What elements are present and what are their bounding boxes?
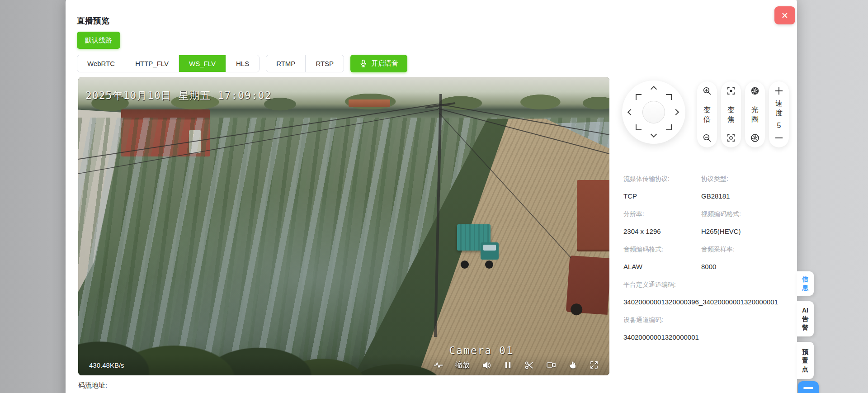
info-label: 音频编码格式:	[623, 245, 701, 254]
speed-plus-icon[interactable]	[774, 86, 783, 95]
info-label: 流媒体传输协议:	[623, 174, 701, 183]
ptz-focus-label: 变焦	[726, 105, 736, 124]
ptz-center-knob[interactable]	[642, 101, 665, 123]
side-tab-info-label: 信息	[800, 275, 810, 292]
device-channel-value: 34020000001320000001	[623, 333, 789, 342]
close-icon: ✕	[781, 10, 788, 21]
tab-ws-flv[interactable]: WS_FLV	[179, 55, 226, 72]
info-value: 8000	[701, 262, 789, 271]
platform-channel-value: 34020000001320000396_3402000000132000000…	[623, 298, 783, 307]
ptz-speed-value: 5	[774, 121, 783, 130]
enable-voice-label: 开启语音	[371, 59, 398, 68]
ptz-speed-column: 速度 5	[769, 81, 789, 147]
ptz-iris-label: 光圈	[750, 105, 760, 124]
side-tab-ai-alarm-label: AI告警	[800, 306, 810, 332]
info-value: TCP	[623, 192, 701, 201]
video-player[interactable]: 2025年10月10日 星期五 17:09:02 Camera 01 430.4…	[78, 77, 609, 375]
ptz-zoom-label: 变倍	[703, 105, 712, 124]
bitrate-indicator: 430.48KB/s	[89, 361, 124, 369]
live-preview-modal: 直播预览 ✕ 默认线路 WebRTC HTTP_FLV WS_FLV HLS R…	[66, 0, 797, 393]
iris-open-icon[interactable]	[750, 86, 760, 95]
focus-far-icon[interactable]	[726, 133, 736, 142]
info-value: 2304 x 1296	[623, 227, 701, 236]
side-tab-preset-label: 预置点	[800, 348, 810, 374]
clip-scissors-icon[interactable]	[524, 360, 534, 370]
volume-icon[interactable]	[482, 360, 491, 370]
record-camera-icon[interactable]	[546, 360, 556, 369]
speed-minus-icon[interactable]	[774, 133, 783, 142]
protocol-tab-group-2: RTMP RTSP	[266, 55, 344, 72]
platform-channel-label: 平台定义通道编码:	[623, 280, 789, 289]
tab-rtmp[interactable]: RTMP	[266, 55, 306, 72]
ptz-pad	[622, 80, 685, 144]
info-label: 分辨率:	[623, 209, 701, 218]
iris-close-icon[interactable]	[750, 133, 760, 142]
ptz-right-button[interactable]	[673, 109, 679, 115]
pause-button[interactable]	[504, 361, 512, 369]
drag-hand-icon[interactable]	[568, 360, 577, 369]
page-background: 直播预览 ✕ 默认线路 WebRTC HTTP_FLV WS_FLV HLS R…	[0, 0, 868, 393]
player-controls: 缩放	[434, 360, 599, 370]
stream-address-label: 码流地址:	[78, 381, 107, 390]
fullscreen-button[interactable]	[590, 360, 599, 369]
ptz-focus-column: 变焦	[721, 81, 741, 147]
tab-hls[interactable]: HLS	[226, 55, 259, 72]
tab-http-flv[interactable]: HTTP_FLV	[125, 55, 179, 72]
zoom-out-icon[interactable]	[703, 133, 712, 142]
focus-near-icon[interactable]	[726, 86, 736, 95]
info-label: 音频采样率:	[701, 245, 789, 254]
ptz-up-right-button[interactable]	[666, 94, 672, 100]
osd-timestamp: 2025年10月10日 星期五 17:09:02	[85, 89, 271, 103]
ptz-up-button[interactable]	[651, 86, 657, 92]
ptz-iris-column: 光圈	[745, 81, 765, 147]
protocol-tab-bar: WebRTC HTTP_FLV WS_FLV HLS RTMP RTSP	[77, 55, 407, 72]
utility-pole-and-wires	[78, 77, 609, 375]
ptz-left-button[interactable]	[627, 109, 634, 115]
zoom-in-icon[interactable]	[703, 86, 712, 95]
info-value: ALAW	[623, 262, 701, 271]
tab-webrtc[interactable]: WebRTC	[77, 55, 125, 72]
info-value: H265(HEVC)	[701, 227, 789, 236]
floating-chat-button[interactable]	[798, 381, 819, 393]
ptz-down-button[interactable]	[651, 131, 657, 137]
ptz-down-right-button[interactable]	[666, 124, 672, 130]
ptz-down-left-button[interactable]	[636, 124, 642, 130]
mic-icon	[359, 59, 367, 68]
info-label: 视频编码格式:	[701, 209, 789, 218]
modal-title: 直播预览	[77, 15, 109, 26]
stream-activity-icon[interactable]	[434, 360, 443, 370]
enable-voice-button[interactable]: 开启语音	[350, 55, 407, 72]
ptz-speed-label: 速度	[774, 99, 783, 118]
side-tab-ai-alarm[interactable]: AI告警	[797, 301, 814, 336]
player-control-bar: 430.48KB/s 缩放	[78, 355, 609, 375]
ptz-up-left-button[interactable]	[636, 94, 642, 100]
side-tab-info[interactable]: 信息	[797, 271, 814, 296]
info-label: 协议类型:	[701, 174, 789, 183]
stream-info-panel: 流媒体传输协议: 协议类型: TCP GB28181 分辨率: 视频编码格式: …	[623, 174, 789, 342]
ptz-zoom-column: 变倍	[697, 81, 717, 147]
tab-rtsp[interactable]: RTSP	[306, 55, 344, 72]
default-line-button[interactable]: 默认线路	[77, 32, 120, 49]
protocol-tab-group-1: WebRTC HTTP_FLV WS_FLV HLS	[77, 55, 259, 72]
device-channel-label: 设备通道编码:	[623, 315, 789, 324]
close-button[interactable]: ✕	[774, 6, 795, 24]
info-value: GB28181	[701, 192, 789, 201]
digital-zoom-button[interactable]: 缩放	[455, 360, 470, 370]
side-tab-preset[interactable]: 预置点	[797, 342, 814, 379]
